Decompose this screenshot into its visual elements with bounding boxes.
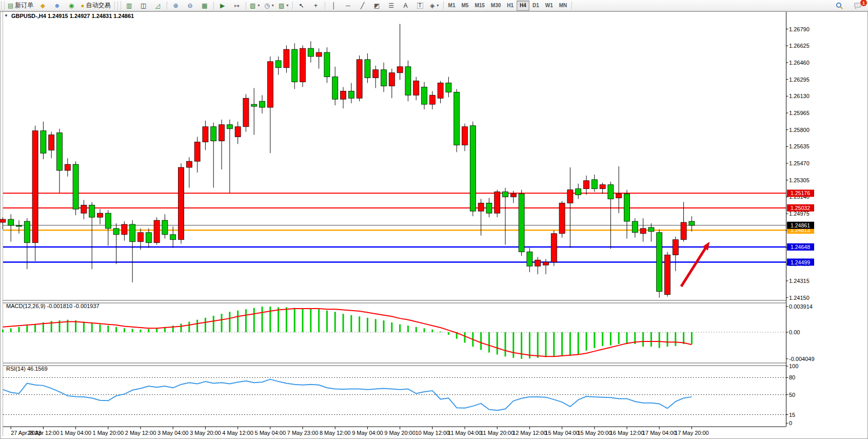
- toolbar-separator: [571, 2, 572, 10]
- candle-body: [146, 233, 151, 243]
- candle-body: [113, 228, 119, 235]
- candle-body: [446, 83, 451, 92]
- equidistant-channel-button[interactable]: ◩: [370, 1, 384, 11]
- candle-body: [381, 70, 387, 86]
- macd-histogram-bar: [659, 332, 660, 348]
- candle-body: [8, 219, 14, 225]
- trendline-button[interactable]: ╱: [356, 1, 369, 11]
- candle-body: [397, 67, 403, 73]
- search-button[interactable]: [833, 1, 846, 11]
- time-axis-label: 3 May 04:00: [157, 430, 189, 436]
- zoom-in-button[interactable]: ⊕: [169, 1, 183, 11]
- macd-histogram-bar: [488, 332, 490, 353]
- macd-histogram-bar: [115, 327, 117, 332]
- candle-body: [454, 92, 460, 145]
- candle-body: [413, 81, 419, 96]
- candle-body: [324, 52, 330, 77]
- arrows-dropdown-caret[interactable]: ▾: [437, 3, 439, 8]
- timeframe-mn-button[interactable]: MN: [556, 1, 570, 11]
- signals-button[interactable]: ◉: [65, 1, 78, 11]
- profile-button[interactable]: ☻: [50, 1, 64, 11]
- macd-histogram-bar: [602, 332, 603, 346]
- timeframe-m1-button[interactable]: M1: [445, 1, 459, 11]
- new-order-button[interactable]: ▤新订单: [6, 1, 35, 11]
- macd-histogram-bar: [310, 309, 311, 332]
- new-chart-dropdown-caret[interactable]: ▾: [258, 3, 260, 8]
- toolbar-separator: [213, 2, 214, 10]
- candle-body: [503, 192, 508, 197]
- timeframe-m30-button[interactable]: M30: [488, 1, 504, 11]
- text-button[interactable]: A: [399, 1, 412, 11]
- periods-button[interactable]: ◷▾: [263, 1, 276, 11]
- toolbar-separator: [114, 2, 115, 10]
- macd-histogram-bar: [626, 332, 628, 344]
- candle-body: [689, 221, 695, 225]
- chart-window: 1.267901.266251.264601.262951.261301.259…: [0, 11, 868, 439]
- templates-icon: ▨: [279, 3, 284, 9]
- vertical-line-button[interactable]: │: [327, 1, 341, 11]
- bar-chart-button[interactable]: ▥: [123, 1, 136, 11]
- macd-histogram-bar: [586, 332, 587, 351]
- arrows-button[interactable]: ◈▾: [428, 1, 441, 11]
- new-chart-button[interactable]: ▧▾: [248, 1, 262, 11]
- text-label-button[interactable]: T: [413, 1, 427, 11]
- candle-body: [49, 135, 54, 150]
- toolbar-grip[interactable]: [117, 2, 121, 10]
- candle-body: [462, 127, 468, 145]
- zoom-out-icon: ⊖: [188, 3, 193, 9]
- autotrading-button[interactable]: ●自动交易: [79, 1, 112, 11]
- chart-shift-icon: ↦: [234, 3, 240, 9]
- macd-histogram-bar: [10, 328, 12, 332]
- rsi-axis-label: 80: [789, 374, 795, 380]
- macd-histogram-bar: [34, 325, 36, 332]
- price-axis-label: 1.25965: [789, 110, 810, 116]
- horizontal-line-button[interactable]: ─: [342, 1, 355, 11]
- chart-collapse-icon: ▼: [4, 13, 8, 18]
- candle-body: [81, 205, 87, 213]
- crosshair-button[interactable]: +: [309, 1, 323, 11]
- fibonacci-button[interactable]: ☰: [385, 1, 398, 11]
- candle-body: [105, 213, 111, 228]
- macd-histogram-bar: [269, 307, 271, 332]
- candle-body: [41, 131, 46, 154]
- price-axis-label: 1.24975: [789, 211, 810, 217]
- candle-body: [640, 228, 646, 234]
- candle-body: [122, 224, 127, 235]
- candle-body: [227, 125, 232, 129]
- candle-body: [211, 127, 216, 141]
- time-axis-label: 16 May 12:00: [610, 430, 644, 436]
- tile-windows-icon: ▦: [202, 3, 207, 9]
- candlestick-chart-icon: ◫: [141, 3, 146, 9]
- macd-histogram-bar: [286, 307, 287, 332]
- timeframe-m5-button[interactable]: M5: [459, 1, 472, 11]
- toolbar-grip[interactable]: [1, 2, 5, 10]
- chart-shift-button[interactable]: ↦: [230, 1, 244, 11]
- templates-dropdown-caret[interactable]: ▾: [286, 3, 288, 8]
- templates-button[interactable]: ▨▾: [277, 1, 290, 11]
- timeframe-w1-button[interactable]: W1: [542, 1, 556, 11]
- tile-windows-button[interactable]: ▦: [198, 1, 211, 11]
- candle-body: [32, 131, 38, 243]
- notifications-button[interactable]: 1: [851, 1, 864, 11]
- timeframe-m15-button[interactable]: M15: [471, 1, 487, 11]
- price-axis-label: 1.26460: [789, 60, 810, 66]
- profile-icon: ☻: [54, 3, 61, 9]
- macd-histogram-bar: [156, 328, 157, 332]
- timeframe-d1-button[interactable]: D1: [529, 1, 542, 11]
- candle-body: [429, 95, 435, 104]
- toolbar-separator: [325, 2, 325, 10]
- candlestick-chart-button[interactable]: ◫: [137, 1, 150, 11]
- candle-body: [24, 221, 30, 243]
- timeframe-h1-button[interactable]: H1: [504, 1, 517, 11]
- cursor-button[interactable]: ↖: [295, 1, 308, 11]
- line-chart-button[interactable]: ◿: [151, 1, 165, 11]
- vertical-line-icon: │: [332, 3, 336, 9]
- auto-scroll-button[interactable]: ▶: [216, 1, 229, 11]
- timeframe-h4-button[interactable]: H4: [517, 1, 529, 11]
- periods-dropdown-caret[interactable]: ▾: [272, 3, 274, 8]
- zoom-out-button[interactable]: ⊖: [184, 1, 197, 11]
- styles-button[interactable]: ◆: [36, 1, 49, 11]
- toolbar-separator: [443, 2, 444, 10]
- candle-body: [260, 101, 265, 107]
- equidistant-channel-icon: ◩: [374, 3, 380, 9]
